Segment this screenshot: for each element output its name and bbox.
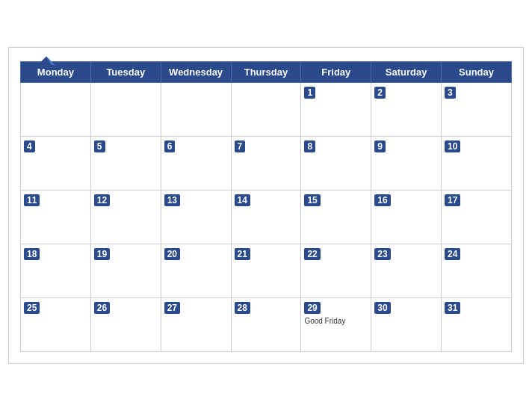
calendar-day-cell: 27 (161, 298, 231, 352)
day-number: 18 (24, 248, 40, 260)
calendar-day-cell: 26 (90, 298, 161, 352)
calendar-day-cell: 15 (301, 191, 371, 244)
svg-marker-0 (37, 56, 56, 69)
calendar-day-cell: 18 (21, 244, 91, 298)
calendar-day-cell (90, 83, 161, 137)
day-number: 7 (235, 140, 246, 152)
day-number: 5 (94, 140, 105, 152)
day-number: 23 (374, 248, 390, 260)
calendar-body: 1234567891011121314151617181920212223242… (21, 83, 512, 352)
day-number: 29 (304, 302, 320, 314)
calendar-day-cell: 21 (231, 244, 301, 298)
calendar-day-cell: 10 (442, 137, 512, 191)
day-number: 13 (164, 194, 180, 206)
day-number: 10 (445, 140, 460, 152)
calendar-day-cell: 30 (371, 298, 442, 352)
calendar-day-cell: 8 (301, 137, 371, 191)
calendar-day-cell: 6 (161, 137, 231, 191)
day-number: 21 (235, 248, 250, 260)
weekday-header-cell: Tuesday (90, 62, 161, 83)
calendar-week-row: 45678910 (21, 137, 512, 191)
day-number: 24 (445, 248, 460, 260)
logo-area (20, 55, 72, 70)
day-number: 27 (164, 302, 180, 314)
day-number: 16 (374, 194, 390, 206)
day-number: 14 (235, 194, 250, 206)
day-number: 12 (94, 194, 110, 206)
calendar-day-cell (231, 83, 301, 137)
weekday-header-cell: Friday (301, 62, 371, 83)
calendar-day-cell: 20 (161, 244, 231, 298)
calendar-container: MondayTuesdayWednesdayThursdayFridaySatu… (8, 47, 524, 364)
calendar-day-cell: 13 (161, 191, 231, 244)
day-number: 1 (304, 87, 315, 99)
day-number: 2 (374, 87, 386, 99)
calendar-day-cell: 1 (301, 83, 371, 137)
calendar-day-cell (21, 83, 91, 137)
calendar-day-cell (161, 83, 231, 137)
weekday-header-cell: Sunday (442, 62, 512, 83)
calendar-day-cell: 9 (371, 137, 442, 191)
calendar-day-cell: 7 (231, 137, 301, 191)
calendar-week-row: 11121314151617 (21, 191, 512, 244)
calendar-day-cell: 5 (90, 137, 161, 191)
day-number: 15 (304, 194, 320, 206)
calendar-day-cell: 12 (90, 191, 161, 244)
day-event: Good Friday (304, 317, 368, 325)
day-number: 8 (304, 140, 315, 152)
calendar-day-cell: 22 (301, 244, 371, 298)
day-number: 11 (24, 194, 40, 206)
calendar-day-cell: 19 (90, 244, 161, 298)
day-number: 22 (304, 248, 320, 260)
weekday-header-cell: Saturday (371, 62, 442, 83)
day-number: 6 (164, 140, 176, 152)
calendar-day-cell: 3 (442, 83, 512, 137)
day-number: 25 (24, 302, 40, 314)
day-number: 17 (445, 194, 460, 206)
calendar-day-cell: 25 (21, 298, 91, 352)
calendar-week-row: 123 (21, 83, 512, 137)
calendar-week-row: 18192021222324 (21, 244, 512, 298)
calendar-day-cell: 11 (21, 191, 91, 244)
calendar-day-cell: 2 (371, 83, 442, 137)
logo-icon (35, 55, 58, 70)
calendar-day-cell: 17 (442, 191, 512, 244)
day-number: 4 (24, 140, 35, 152)
weekday-header-row: MondayTuesdayWednesdayThursdayFridaySatu… (21, 62, 512, 83)
day-number: 26 (94, 302, 110, 314)
calendar-day-cell: 29Good Friday (301, 298, 371, 352)
calendar-day-cell: 4 (21, 137, 91, 191)
calendar-day-cell: 16 (371, 191, 442, 244)
calendar-day-cell: 31 (442, 298, 512, 352)
calendar-day-cell: 14 (231, 191, 301, 244)
calendar-week-row: 2526272829Good Friday3031 (21, 298, 512, 352)
day-number: 30 (374, 302, 390, 314)
day-number: 20 (164, 248, 180, 260)
day-number: 31 (445, 302, 460, 314)
weekday-header-cell: Thursday (231, 62, 301, 83)
day-number: 3 (445, 87, 456, 99)
day-number: 9 (374, 140, 386, 152)
weekday-header-cell: Wednesday (161, 62, 231, 83)
day-number: 28 (235, 302, 250, 314)
calendar-day-cell: 23 (371, 244, 442, 298)
calendar-day-cell: 28 (231, 298, 301, 352)
calendar-day-cell: 24 (442, 244, 512, 298)
day-number: 19 (94, 248, 110, 260)
calendar-grid: MondayTuesdayWednesdayThursdayFridaySatu… (20, 61, 512, 352)
